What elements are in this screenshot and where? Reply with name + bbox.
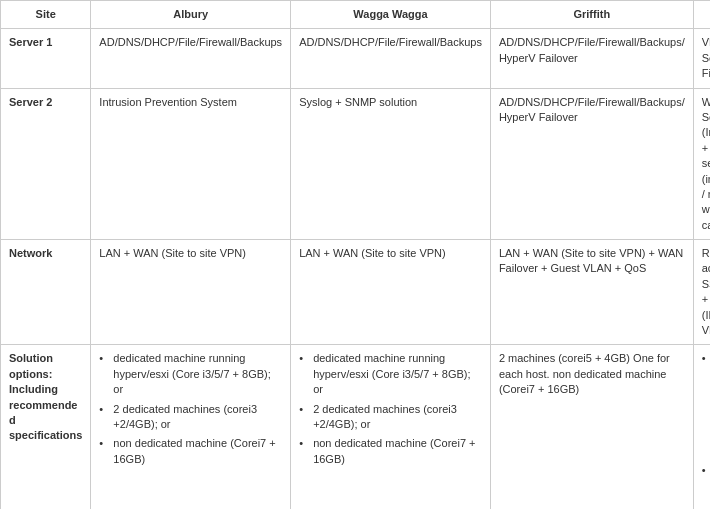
cell-server1-griffith: AD/DNS/DHCP/File/Firewall/Backups/ Hyper… xyxy=(490,29,693,88)
list-item: 2 dedicated machines (corei3 +2/4GB); or xyxy=(299,402,482,433)
cell-solution-griffith: 2 machines (corei5 + 4GB) One for each h… xyxy=(490,345,693,509)
cell-network-wagga: LAN + WAN (Site to site VPN) xyxy=(291,240,491,345)
header-wagga: Wagga Wagga xyxy=(291,1,491,29)
list-item: AWS + Azure; or AWS + Google Cloud; or xyxy=(702,351,710,459)
list-item: non dedicated machine (Corei7 + 16GB) xyxy=(99,436,282,467)
list-item: dedicated machine running hyperv/esxi (C… xyxy=(99,351,282,397)
table-row-server1: Server 1 AD/DNS/DHCP/File/Firewall/Backu… xyxy=(1,29,711,88)
header-cloud: Cloud xyxy=(693,1,710,29)
table-row-solution: Solution options:Including recommende d … xyxy=(1,345,711,509)
row-label-solution: Solution options:Including recommende d … xyxy=(1,345,91,509)
row-label-server1: Server 1 xyxy=(1,29,91,88)
cell-solution-cloud: AWS + Azure; or AWS + Google Cloud; or A… xyxy=(693,345,710,509)
cell-network-cloud: Remote access SSL VPN + WAN (IPsec VPN) xyxy=(693,240,710,345)
list-item: 2 dedicated machines (corei3 +2/4GB); or xyxy=(99,402,282,433)
row-label-network: Network xyxy=(1,240,91,345)
cell-server2-griffith: AD/DNS/DHCP/File/Firewall/Backups/ Hyper… xyxy=(490,88,693,240)
cell-network-albury: LAN + WAN (Site to site VPN) xyxy=(91,240,291,345)
header-site: Site xyxy=(1,1,91,29)
cell-server1-albury: AD/DNS/DHCP/File/Firewall/Backups xyxy=(91,29,291,88)
cell-server1-cloud: VPN Server / Firewall xyxy=(693,29,710,88)
cell-network-griffith: LAN + WAN (Site to site VPN) + WAN Failo… xyxy=(490,240,693,345)
table-row-network: Network LAN + WAN (Site to site VPN) LAN… xyxy=(1,240,711,345)
cell-server2-wagga: Syslog + SNMP solution xyxy=(291,88,491,240)
header-albury: Albury xyxy=(91,1,291,29)
list-item: dedicated machine running hyperv/esxi (C… xyxy=(299,351,482,397)
cell-solution-albury: dedicated machine running hyperv/esxi (C… xyxy=(91,345,291,509)
header-griffith: Griffith xyxy=(490,1,693,29)
cell-server2-cloud: Web Server (Intranet) + VoIP server (int… xyxy=(693,88,710,240)
list-item: Azure + Google Cloud; or (incurs costs) xyxy=(702,463,710,509)
list-item: non dedicated machine (Corei7 + 16GB) xyxy=(299,436,482,467)
row-label-server2: Server 2 xyxy=(1,88,91,240)
cell-server1-wagga: AD/DNS/DHCP/File/Firewall/Backups xyxy=(291,29,491,88)
table-row-server2: Server 2 Intrusion Prevention System Sys… xyxy=(1,88,711,240)
cell-server2-albury: Intrusion Prevention System xyxy=(91,88,291,240)
cell-solution-wagga: dedicated machine running hyperv/esxi (C… xyxy=(291,345,491,509)
